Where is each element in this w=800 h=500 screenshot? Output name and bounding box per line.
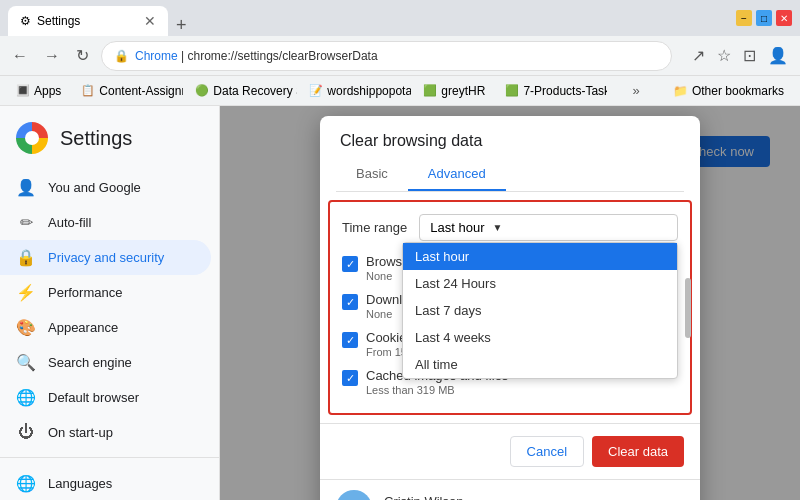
new-tab-button[interactable]: + bbox=[168, 15, 195, 36]
time-range-dropdown[interactable]: Last hour Last 24 Hours Last 7 days Last… bbox=[402, 242, 678, 379]
tab-label: Settings bbox=[37, 14, 80, 28]
sidebar-label-autofill: Auto-fill bbox=[48, 215, 91, 230]
time-range-label: Time range bbox=[342, 220, 407, 235]
more-bookmarks-button[interactable]: » bbox=[629, 79, 644, 102]
bookmark-wordship-label: wordshippopotamo... bbox=[327, 84, 411, 98]
bookmark-7products[interactable]: 🟩 7-Products-Tasks -... bbox=[497, 82, 607, 100]
sidebar-label-default-browser: Default browser bbox=[48, 390, 139, 405]
bookmark-content-label: Content-Assignme... bbox=[99, 84, 183, 98]
time-range-value: Last hour bbox=[430, 220, 484, 235]
sidebar-item-search[interactable]: 🔍 Search engine bbox=[0, 345, 211, 380]
greythr-bookmark-icon: 🟩 bbox=[423, 84, 437, 97]
startup-icon: ⏻ bbox=[16, 423, 36, 441]
modal-overlay: Clear browsing data Basic Advanced Time … bbox=[220, 106, 800, 500]
reload-button[interactable]: ↻ bbox=[72, 42, 93, 69]
cancel-button[interactable]: Cancel bbox=[510, 436, 584, 467]
dropdown-option-24h[interactable]: Last 24 Hours bbox=[403, 270, 677, 297]
other-bookmarks-label: Other bookmarks bbox=[692, 84, 784, 98]
tab-close-button[interactable]: ✕ bbox=[144, 13, 156, 29]
apps-bookmark-icon: 🔳 bbox=[16, 84, 30, 97]
checkmark-icon-4: ✓ bbox=[346, 372, 355, 385]
bookmark-7products-label: 7-Products-Tasks -... bbox=[523, 84, 607, 98]
clear-data-button[interactable]: Clear data bbox=[592, 436, 684, 467]
browser-icon: 🌐 bbox=[16, 388, 36, 407]
sidebar-item-privacy[interactable]: 🔒 Privacy and security bbox=[0, 240, 211, 275]
bookmarks-bar: 🔳 Apps 📋 Content-Assignme... 🟢 Data Reco… bbox=[0, 76, 800, 106]
bookmark-wordship[interactable]: 📝 wordshippopotamo... bbox=[301, 82, 411, 100]
titlebar: ⚙ Settings ✕ + − □ ✕ bbox=[0, 0, 800, 36]
dropdown-option-7days[interactable]: Last 7 days bbox=[403, 297, 677, 324]
account-row: 👤 ✓ Cristin Wilson Syncing to @il.com bbox=[320, 479, 700, 500]
forward-button[interactable]: → bbox=[40, 43, 64, 69]
bookmark-star-icon[interactable]: ☆ bbox=[713, 42, 735, 69]
minimize-button[interactable]: − bbox=[736, 10, 752, 26]
sidebar-item-performance[interactable]: ⚡ Performance bbox=[0, 275, 211, 310]
sidebar-item-autofill[interactable]: ✏ Auto-fill bbox=[0, 205, 211, 240]
modal-footer: Cancel Clear data bbox=[320, 423, 700, 479]
address-input-wrap[interactable]: 🔒 Chrome | chrome://settings/clearBrowse… bbox=[101, 41, 672, 71]
bookmark-data-recovery[interactable]: 🟢 Data Recovery Soft... bbox=[187, 82, 297, 100]
tab-bar: ⚙ Settings ✕ + bbox=[8, 0, 195, 36]
sidebar-label-you-google: You and Google bbox=[48, 180, 141, 195]
bookmark-apps-label: Apps bbox=[34, 84, 61, 98]
sidebar-item-startup[interactable]: ⏻ On start-up bbox=[0, 415, 211, 449]
sidebar-label-appearance: Appearance bbox=[48, 320, 118, 335]
person-icon: 👤 bbox=[16, 178, 36, 197]
checkbox-cached-images-input[interactable]: ✓ bbox=[342, 370, 358, 386]
dropdown-option-last-hour[interactable]: Last hour bbox=[403, 243, 677, 270]
share-icon[interactable]: ↗ bbox=[688, 42, 709, 69]
tab-basic[interactable]: Basic bbox=[336, 158, 408, 191]
account-info: Cristin Wilson Syncing to @il.com bbox=[384, 494, 579, 501]
sidebar-header: Settings bbox=[0, 122, 219, 170]
dropdown-option-all-time[interactable]: All time bbox=[403, 351, 677, 378]
active-tab[interactable]: ⚙ Settings ✕ bbox=[8, 6, 168, 36]
clear-browsing-data-modal: Clear browsing data Basic Advanced Time … bbox=[320, 116, 700, 500]
sidebar-divider bbox=[0, 457, 219, 458]
other-bookmarks[interactable]: 📁 Other bookmarks bbox=[665, 82, 792, 100]
address-brand: Chrome bbox=[135, 49, 178, 63]
sidebar-item-default-browser[interactable]: 🌐 Default browser bbox=[0, 380, 211, 415]
cached-images-sublabel: Less than 319 MB bbox=[366, 384, 508, 396]
time-range-select[interactable]: Last hour ▼ bbox=[419, 214, 678, 241]
chevron-down-icon: ▼ bbox=[492, 222, 502, 233]
time-range-row: Time range Last hour ▼ Last hour Last 24… bbox=[342, 214, 678, 241]
bookmark-content[interactable]: 📋 Content-Assignme... bbox=[73, 82, 183, 100]
sidebar-label-languages: Languages bbox=[48, 476, 112, 491]
languages-icon: 🌐 bbox=[16, 474, 36, 493]
sidebar-label-startup: On start-up bbox=[48, 425, 113, 440]
chrome-logo bbox=[16, 122, 48, 154]
page-area: Check now Clear browsing data Basic Adva… bbox=[220, 106, 800, 500]
sidebar-item-appearance[interactable]: 🎨 Appearance bbox=[0, 310, 211, 345]
checkbox-download-history-input[interactable]: ✓ bbox=[342, 294, 358, 310]
back-button[interactable]: ← bbox=[8, 43, 32, 69]
dropdown-option-4weeks[interactable]: Last 4 weeks bbox=[403, 324, 677, 351]
tab-advanced[interactable]: Advanced bbox=[408, 158, 506, 191]
modal-title: Clear browsing data bbox=[320, 116, 700, 158]
maximize-button[interactable]: □ bbox=[756, 10, 772, 26]
checkbox-cookies-input[interactable]: ✓ bbox=[342, 332, 358, 348]
chrome-logo-inner bbox=[25, 131, 39, 145]
sidebar: Settings 👤 You and Google ✏ Auto-fill 🔒 … bbox=[0, 106, 220, 500]
sidebar-item-you-google[interactable]: 👤 You and Google bbox=[0, 170, 211, 205]
checkmark-icon: ✓ bbox=[346, 258, 355, 271]
sidebar-item-languages[interactable]: 🌐 Languages bbox=[0, 466, 211, 500]
modal-scrollbar[interactable] bbox=[685, 278, 691, 338]
address-bar: ← → ↻ 🔒 Chrome | chrome://settings/clear… bbox=[0, 36, 800, 76]
avatar: 👤 bbox=[336, 490, 372, 500]
appearance-icon: 🎨 bbox=[16, 318, 36, 337]
checkmark-icon-2: ✓ bbox=[346, 296, 355, 309]
wordship-bookmark-icon: 📝 bbox=[309, 84, 323, 97]
modal-tabs: Basic Advanced bbox=[336, 158, 684, 192]
lock-icon: 🔒 bbox=[114, 49, 129, 63]
7products-bookmark-icon: 🟩 bbox=[505, 84, 519, 97]
data-recovery-bookmark-icon: 🟢 bbox=[195, 84, 209, 97]
bookmark-apps[interactable]: 🔳 Apps bbox=[8, 82, 69, 100]
search-sidebar-icon: 🔍 bbox=[16, 353, 36, 372]
bookmark-greythr[interactable]: 🟩 greytHR bbox=[415, 82, 493, 100]
checkbox-browsing-history-input[interactable]: ✓ bbox=[342, 256, 358, 272]
modal-body: Time range Last hour ▼ Last hour Last 24… bbox=[328, 200, 692, 415]
tab-search-icon[interactable]: ⊡ bbox=[739, 42, 760, 69]
profile-icon[interactable]: 👤 bbox=[764, 42, 792, 69]
account-name: Cristin Wilson bbox=[384, 494, 579, 501]
close-button[interactable]: ✕ bbox=[776, 10, 792, 26]
